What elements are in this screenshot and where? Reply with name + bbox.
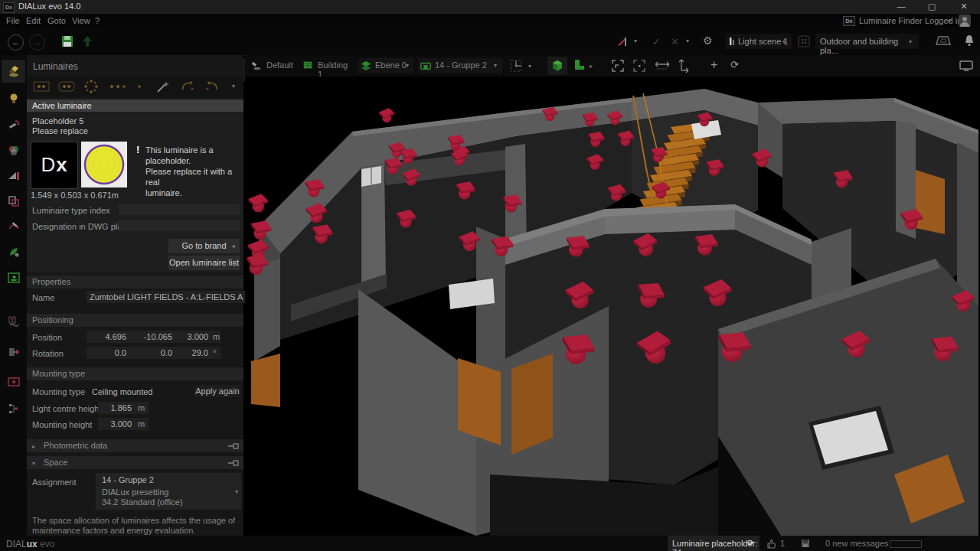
placeholder-counter-chip[interactable]: Luminaire placeholder: 74 ⟳: [668, 536, 760, 551]
dwg-designation-label: Designation in DWG plan: [32, 222, 127, 231]
upload-icon[interactable]: [81, 35, 93, 47]
sidebar-lamp-tool[interactable]: [2, 87, 25, 110]
photometric-pin-icon[interactable]: [228, 443, 239, 449]
space-section[interactable]: ▾ Space: [27, 456, 243, 469]
mounting-height-input[interactable]: 3.000 m: [98, 418, 149, 430]
menu-file[interactable]: File: [6, 16, 20, 25]
sidebar-text-tool[interactable]: T: [2, 310, 25, 333]
sidebar-colors-tool[interactable]: [2, 139, 25, 162]
name-input[interactable]: Zumtobel LIGHT FIELDS - A:L-FIELDS A 55W…: [87, 291, 246, 303]
sidebar-daylight-tool[interactable]: [2, 165, 25, 187]
sidebar-add-surface-tool[interactable]: [2, 341, 25, 364]
viewport-3d[interactable]: [245, 77, 980, 536]
progress-placeholder: [890, 540, 922, 548]
logged-in-menu[interactable]: Logged in: [925, 16, 962, 25]
apply-again-button[interactable]: Apply again: [194, 385, 241, 397]
dwg-designation-input[interactable]: [119, 220, 240, 231]
line-arrangement-tool-icon[interactable]: [58, 81, 75, 92]
avatar[interactable]: [959, 15, 971, 27]
logged-in-chevron-icon[interactable]: ▾: [948, 18, 951, 24]
luminaire-finder-link[interactable]: Luminaire Finder: [859, 16, 923, 25]
rotate-ccw-tool-icon[interactable]: [204, 80, 220, 93]
zoom-selection-icon[interactable]: [632, 59, 646, 73]
minimize-button[interactable]: —: [888, 0, 914, 14]
cancel-chevron-icon[interactable]: ▾: [686, 37, 689, 44]
row-arrangement-tool-icon[interactable]: [109, 83, 127, 90]
calc-mode-chevron-icon[interactable]: ▾: [634, 37, 637, 44]
single-point-tool-icon[interactable]: [136, 83, 143, 90]
mounting-type-value[interactable]: Ceiling mounted: [92, 387, 153, 396]
magic-wand-tool-icon[interactable]: [155, 79, 171, 94]
mounting-height-label: Mounting height: [32, 420, 92, 429]
display-mode-select[interactable]: Outdoor and building pla... ▾: [815, 34, 919, 49]
space-pin-icon[interactable]: [228, 460, 239, 466]
monitor-icon[interactable]: [959, 60, 974, 72]
single-luminaire-tool-icon[interactable]: [33, 81, 50, 92]
manufacturer-logo-thumb[interactable]: Dx: [31, 142, 78, 189]
tools-more-chevron-icon[interactable]: ▾: [232, 83, 235, 90]
light-scene-label: Light scene 1: [738, 37, 788, 46]
menu-goto[interactable]: Goto: [47, 16, 66, 25]
active-luminaire-subtitle: Please replace: [32, 126, 88, 135]
forward-button[interactable]: →: [29, 34, 45, 51]
assignment-select[interactable]: 14 - Gruppe 2 DIALux presetting 34.2 Sta…: [96, 473, 241, 510]
assignment-label: Assignment: [32, 478, 76, 487]
calc-mode-icon[interactable]: [616, 35, 629, 47]
rotation-inputs[interactable]: 0.0 0.0 29.0 °: [87, 347, 220, 359]
view-3d-button[interactable]: [547, 57, 567, 75]
sidebar-hierarchy-tool[interactable]: [2, 397, 25, 420]
measure-horizontal-icon[interactable]: [654, 59, 671, 73]
sidebar-luminaires-tool[interactable]: [2, 60, 25, 83]
move-tool-icon[interactable]: +: [710, 58, 717, 72]
door: [511, 354, 553, 455]
open-luminaire-list-button[interactable]: Open luminaire list▸: [168, 256, 240, 270]
sidebar-add-zone-tool[interactable]: [2, 370, 25, 393]
floorplan-chevron-icon[interactable]: ▸: [590, 63, 593, 70]
sidebar-maintenance-tool[interactable]: [2, 214, 25, 237]
menu-edit[interactable]: Edit: [26, 16, 41, 25]
rotate-tool-icon[interactable]: ⟳: [730, 59, 739, 70]
assignment-group: 14 - Gruppe 2: [102, 475, 154, 484]
circle-arrangement-tool-icon[interactable]: [83, 79, 99, 94]
messages-status[interactable]: 0 new messages: [825, 539, 889, 548]
group-select[interactable]: 14 - Gruppe 2 ▾: [418, 58, 502, 73]
check-icon[interactable]: ✓: [652, 36, 661, 47]
sidebar-energy-tool[interactable]: [2, 240, 25, 263]
view-floorplan-button[interactable]: [573, 58, 586, 72]
sidebar-emergency-tool[interactable]: [2, 266, 25, 289]
go-to-brand-button[interactable]: Go to brand▸: [168, 239, 240, 253]
type-index-input[interactable]: [119, 204, 240, 215]
maximize-button[interactable]: ▢: [919, 0, 945, 14]
sidebar-edit-tool[interactable]: [2, 113, 25, 136]
warning-text: This luminaire is a placeholder. Please …: [145, 145, 239, 198]
door: [916, 170, 945, 234]
assignment-chevron-icon: ▾: [235, 488, 238, 495]
scene-grid-icon[interactable]: [798, 35, 810, 47]
light-scene-select[interactable]: Light scene 1 ▾: [726, 34, 792, 49]
back-button[interactable]: ←: [8, 34, 24, 51]
close-button[interactable]: ✕: [951, 0, 977, 14]
menu-view[interactable]: View: [72, 16, 90, 25]
building-scene[interactable]: [245, 77, 980, 536]
cancel-x-icon[interactable]: ✕: [671, 36, 679, 47]
rotate-cw-tool-icon[interactable]: [180, 80, 195, 93]
gear-icon[interactable]: ⚙: [703, 34, 713, 47]
photometric-data-section[interactable]: ▸ Photometric data: [27, 439, 243, 452]
save-icon[interactable]: [61, 35, 74, 47]
like-hand-icon[interactable]: [766, 538, 777, 549]
snap-chevron-icon[interactable]: ▾: [528, 63, 531, 70]
position-inputs[interactable]: 4.696 -10.065 3.000 m: [87, 331, 220, 343]
luminaire-dimensions: 1.549 x 0.503 x 0.671m: [31, 191, 119, 200]
polar-diagram-thumb[interactable]: [81, 142, 127, 187]
measure-vertical-icon[interactable]: [677, 58, 691, 73]
mounting-header: Mounting type: [27, 367, 243, 380]
warning-icon: !: [136, 144, 139, 155]
sidebar-copy-tool[interactable]: [2, 190, 25, 213]
menu-help[interactable]: ?: [95, 16, 100, 25]
notifications-bell-icon[interactable]: [963, 34, 975, 47]
level-select[interactable]: Ebene 0 ▾: [358, 58, 413, 73]
zoom-extents-icon[interactable]: [611, 59, 625, 73]
snap-tool-icon[interactable]: [509, 59, 523, 73]
light-centre-height-input[interactable]: 1.865 m: [98, 402, 149, 414]
perspective-icon[interactable]: [936, 35, 951, 46]
